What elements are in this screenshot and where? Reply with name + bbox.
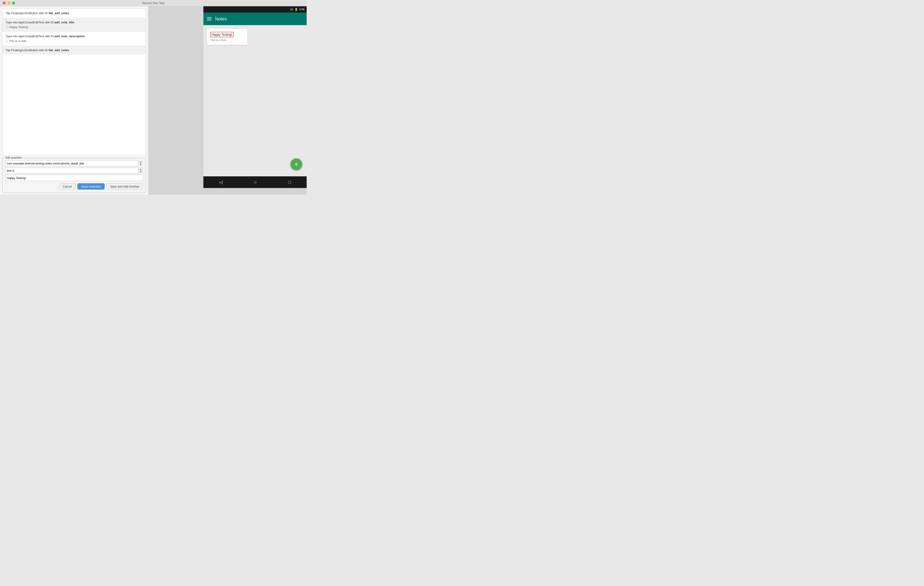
steps-area: Tap FloatingActionButton with ID fab_add… (2, 8, 146, 156)
save-and-add-button[interactable]: Save and Add Another (106, 183, 143, 189)
step-sub: Happy Testing! (6, 25, 142, 30)
fab-button[interactable]: + (290, 158, 302, 170)
back-nav-icon[interactable]: ◁ (219, 179, 223, 185)
main-layout: Tap FloatingActionButton with ID fab_add… (0, 6, 307, 195)
element-select[interactable]: com.example.android.testing.notes.mock:i… (5, 160, 143, 166)
step-bold: fab_add_notes (49, 48, 69, 52)
step-sub: This is a note. (6, 39, 142, 43)
step-bold: add_note_description (54, 35, 85, 38)
title-bar: Record Your Test (0, 0, 307, 6)
window-title: Record Your Test (142, 2, 165, 5)
left-panel: Tap FloatingActionButton with ID fab_add… (0, 6, 148, 195)
step-sub-text: Happy Testing! (9, 25, 28, 30)
phone-nav-bar: ◁ ○ □ (203, 176, 307, 188)
note-body: This is a note. (210, 39, 244, 42)
element-select-wrapper: com.example.android.testing.notes.mock:i… (5, 160, 143, 166)
minimize-button[interactable] (7, 2, 10, 5)
window-controls (3, 2, 15, 5)
clock: 3:58 (299, 8, 304, 11)
condition-select[interactable]: text istext containsexistsdoes not exist (5, 168, 143, 173)
phone-frame: 3G 🔋 3:58 Notes Happy Testing! This is a… (203, 6, 307, 188)
save-assertion-button[interactable]: Save Assertion (78, 183, 105, 189)
step-item: Tap FloatingActionButton with ID fab_add… (2, 46, 146, 55)
edit-assertion-legend: Edit assertion (5, 156, 23, 159)
home-nav-icon[interactable]: ○ (254, 180, 257, 185)
buttons-row: Cancel Save Assertion Save and Add Anoth… (5, 183, 143, 189)
cancel-button[interactable]: Cancel (59, 183, 76, 189)
battery-icon: 🔋 (295, 8, 298, 11)
step-sub-text: This is a note. (9, 39, 27, 43)
close-button[interactable] (3, 2, 6, 5)
assertion-text-input[interactable] (5, 175, 143, 181)
step-text: Type into AppCompatEditText with ID add_… (6, 35, 85, 38)
step-item: Tap FloatingActionButton with ID fab_add… (2, 9, 146, 18)
edit-assertion-panel: Edit assertion com.example.android.testi… (2, 158, 146, 193)
right-panel: 3G 🔋 3:58 Notes Happy Testing! This is a… (148, 6, 307, 195)
step-item: Type into AppCompatEditText with ID add_… (2, 18, 146, 32)
element-field-row: com.example.android.testing.notes.mock:i… (5, 160, 143, 166)
signal-icon: 3G (290, 8, 293, 11)
hamburger-icon (207, 17, 211, 20)
note-card: Happy Testing! This is a note. (207, 29, 248, 45)
step-text: Type into AppCompatEditText with ID add_… (6, 21, 74, 24)
condition-field-row: text istext containsexistsdoes not exist… (5, 168, 143, 173)
note-title: Happy Testing! (210, 32, 233, 37)
step-bold: add_note_title (54, 21, 74, 24)
step-text: Tap FloatingActionButton with ID fab_add… (6, 12, 69, 15)
step-text: Tap FloatingActionButton with ID fab_add… (6, 48, 69, 52)
phone-toolbar: Notes (203, 13, 307, 25)
phone-content: Happy Testing! This is a note. (203, 25, 307, 176)
app-title: Notes (215, 16, 227, 21)
recents-nav-icon[interactable]: □ (288, 180, 291, 185)
phone-status-bar: 3G 🔋 3:58 (203, 6, 307, 13)
condition-select-wrapper: text istext containsexistsdoes not exist… (5, 168, 143, 173)
step-item: Type into AppCompatEditText with ID add_… (2, 32, 146, 46)
maximize-button[interactable] (12, 2, 15, 5)
step-bold: fab_add_notes (49, 12, 69, 15)
